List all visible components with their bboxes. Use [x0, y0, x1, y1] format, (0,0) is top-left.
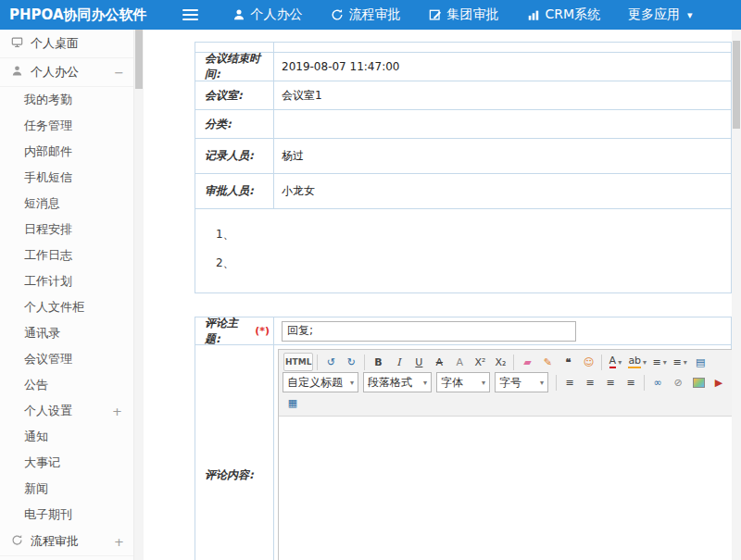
- comment-subject-label: 评论主题:: [205, 316, 252, 347]
- workflow-icon: [11, 534, 23, 549]
- redo-button[interactable]: ↻: [342, 353, 360, 371]
- sidebar-section-workflow[interactable]: 流程审批 +: [0, 528, 133, 556]
- table-row: 记录人员: 杨过: [195, 139, 731, 174]
- font-size-select[interactable]: 字号▾: [495, 372, 548, 392]
- italic-button[interactable]: I: [389, 353, 408, 371]
- align-center-button[interactable]: ≡: [581, 373, 599, 392]
- sidebar-item-announcement[interactable]: 公告: [0, 372, 133, 398]
- nav-label: CRM系统: [546, 6, 601, 23]
- toggle-plus-icon[interactable]: +: [114, 535, 124, 549]
- sidebar-item-tasks[interactable]: 任务管理: [0, 113, 133, 139]
- workflow-icon: [331, 8, 344, 21]
- person-icon: [11, 65, 23, 80]
- nav-label: 更多应用: [628, 6, 680, 23]
- toolbar-separator: [317, 355, 318, 370]
- sidebar-item-sms[interactable]: 手机短信: [0, 165, 133, 191]
- field-label: 审批人员:: [195, 174, 274, 208]
- eraser-button[interactable]: ▰: [518, 353, 536, 371]
- unlink-button[interactable]: ⊘: [669, 373, 687, 392]
- hilitecolor-button[interactable]: ab▾: [626, 353, 648, 371]
- nav-label: 个人办公: [251, 6, 303, 23]
- remove-format-button[interactable]: A: [450, 353, 469, 371]
- toggle-minus-icon[interactable]: −: [114, 66, 124, 80]
- sidebar-item-contacts[interactable]: 通讯录: [0, 320, 133, 346]
- subscript-button[interactable]: X₂: [491, 353, 509, 371]
- emoticons-button[interactable]: ☺: [579, 353, 597, 371]
- toggle-plus-icon[interactable]: +: [112, 404, 122, 418]
- field-label: 记录人员:: [195, 139, 274, 173]
- comment-content-label: 评论内容:: [195, 345, 274, 560]
- comment-subject-input[interactable]: [282, 321, 576, 342]
- forecolor-button[interactable]: A▾: [606, 353, 624, 371]
- sidebar-item-meeting-management[interactable]: 会议管理: [0, 346, 133, 372]
- menu-icon[interactable]: [182, 9, 198, 20]
- heading-select[interactable]: 自定义标题▾: [283, 372, 358, 392]
- sidebar-item-label: 个人桌面: [31, 35, 124, 52]
- caret-down-icon: ▾: [663, 358, 667, 367]
- app-logo[interactable]: PHPOA协同办公软件: [0, 6, 147, 24]
- table-button[interactable]: ▦: [283, 393, 302, 412]
- align-right-button[interactable]: ≡: [601, 373, 620, 392]
- field-value: 会议室1: [274, 81, 731, 109]
- superscript-button[interactable]: X²: [471, 353, 489, 371]
- source-code-button[interactable]: HTML: [283, 353, 313, 371]
- meeting-content-line: 1、: [216, 220, 731, 249]
- sidebar-item-work-log[interactable]: 工作日志: [0, 243, 133, 268]
- sidebar-item-notification[interactable]: 通知: [0, 424, 133, 450]
- image-button[interactable]: [689, 373, 708, 392]
- link-button[interactable]: ∞: [648, 373, 667, 392]
- sidebar-item-personal-settings[interactable]: 个人设置+: [0, 398, 133, 424]
- unordered-list-button[interactable]: ≡▾: [671, 353, 689, 371]
- sidebar-item-news[interactable]: 新闻: [0, 476, 133, 502]
- sidebar-item-internal-mail[interactable]: 内部邮件: [0, 139, 133, 165]
- strikethrough-button[interactable]: A: [430, 353, 448, 371]
- media-button[interactable]: ▶: [710, 373, 728, 392]
- field-value: 杨过: [274, 139, 731, 173]
- justify-button[interactable]: ≡: [622, 373, 640, 392]
- quote-button[interactable]: ❝: [559, 353, 577, 371]
- sidebar-item-schedule[interactable]: 日程安排: [0, 217, 133, 243]
- align-left-button[interactable]: ≡: [560, 373, 579, 392]
- comment-content-row: 评论内容: HTML ↺ ↻ B: [195, 345, 731, 560]
- paragraph-format-select[interactable]: 段落格式▾: [363, 372, 432, 392]
- underline-button[interactable]: U: [409, 353, 428, 371]
- caret-down-icon: ▾: [540, 379, 544, 387]
- comment-form: 评论主题: (*) 评论内容: HTML: [195, 317, 732, 560]
- ordered-list-button[interactable]: ≡▾: [650, 353, 669, 371]
- font-family-select[interactable]: 字体▾: [436, 372, 490, 392]
- sidebar-section-personal-office[interactable]: 个人办公 −: [0, 58, 133, 87]
- template-button[interactable]: ▤: [691, 353, 710, 371]
- sidebar-item-desktop[interactable]: 个人桌面: [0, 30, 133, 58]
- nav-more-apps[interactable]: 更多应用 ▾: [614, 0, 707, 30]
- sidebar-item-file-cabinet[interactable]: 个人文件柜: [0, 294, 133, 320]
- edit-square-icon: [429, 8, 442, 21]
- sidebar-item-memorabilia[interactable]: 大事记: [0, 450, 133, 476]
- field-label: 会议室:: [195, 81, 274, 109]
- main-scrollbar[interactable]: [732, 30, 741, 560]
- top-nav: 个人办公 流程审批 集团审批 CRM系统 更多应用 ▾: [219, 0, 707, 30]
- field-value: 小龙女: [274, 174, 731, 208]
- toolbar-separator: [513, 355, 514, 370]
- format-painter-button[interactable]: ✎: [538, 353, 557, 371]
- caret-down-icon: ▾: [687, 9, 693, 21]
- sidebar-scrollbar-thumb[interactable]: [135, 30, 143, 89]
- undo-button[interactable]: ↺: [321, 353, 340, 371]
- editor-content[interactable]: [279, 417, 741, 560]
- nav-group-approval[interactable]: 集团审批: [415, 0, 513, 30]
- sidebar-item-work-plan[interactable]: 工作计划: [0, 268, 133, 294]
- nav-personal-office[interactable]: 个人办公: [219, 0, 317, 30]
- sidebar-item-e-journal[interactable]: 电子期刊: [0, 502, 133, 528]
- nav-label: 流程审批: [349, 6, 401, 23]
- nav-crm[interactable]: CRM系统: [513, 0, 615, 30]
- main-scrollbar-thumb[interactable]: [733, 41, 740, 129]
- sidebar-scrollbar[interactable]: [134, 30, 144, 560]
- caret-down-icon: ▾: [643, 358, 647, 367]
- sidebar-item-attendance[interactable]: 我的考勤: [0, 87, 133, 113]
- bold-button[interactable]: B: [369, 353, 387, 371]
- sidebar-section-label: 流程审批: [31, 533, 107, 550]
- sidebar-item-short-message[interactable]: 短消息: [0, 191, 133, 217]
- person-icon: [232, 8, 245, 21]
- toolbar-separator: [644, 375, 645, 391]
- rich-text-editor: HTML ↺ ↻ B I U A A: [278, 349, 741, 560]
- nav-workflow-approval[interactable]: 流程审批: [317, 0, 415, 30]
